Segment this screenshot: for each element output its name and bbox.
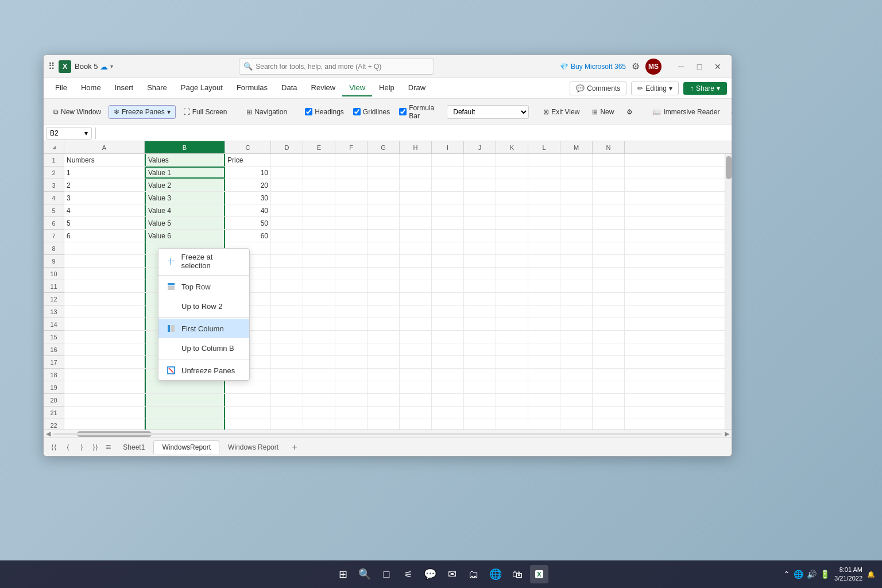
- cell-e2[interactable]: [303, 167, 335, 179]
- cell-h7[interactable]: [400, 230, 432, 242]
- up-to-row-2-item[interactable]: Up to Row 2: [158, 296, 249, 316]
- cell-h1[interactable]: [400, 154, 432, 166]
- cell-d4[interactable]: [271, 192, 303, 204]
- cell-f5[interactable]: [335, 204, 368, 216]
- sheet-tab-windowsreport[interactable]: WindowsReport: [153, 440, 219, 454]
- col-header-i[interactable]: I: [432, 141, 464, 153]
- tab-help[interactable]: Help: [372, 80, 401, 96]
- cell-b7[interactable]: Value 6: [145, 230, 225, 242]
- cell-a1[interactable]: Numbers: [64, 154, 145, 166]
- cell-j5[interactable]: [464, 204, 496, 216]
- cell-j7[interactable]: [464, 230, 496, 242]
- cell-n6[interactable]: [593, 217, 625, 229]
- sheet-nav-next-next[interactable]: ⟩⟩: [90, 442, 101, 453]
- cell-m1[interactable]: [560, 154, 593, 166]
- cell-g2[interactable]: [368, 167, 400, 179]
- headings-check[interactable]: [305, 108, 312, 115]
- cell-b5[interactable]: Value 4: [145, 204, 225, 216]
- share-button[interactable]: ↑ Share ▾: [683, 82, 727, 95]
- cell-n2[interactable]: [593, 167, 625, 179]
- cell-f4[interactable]: [335, 192, 368, 204]
- cell-d7[interactable]: [271, 230, 303, 242]
- cell-l5[interactable]: [528, 204, 560, 216]
- cell-c5[interactable]: 40: [225, 204, 271, 216]
- unfreeze-panes-item[interactable]: Unfreeze Panes: [158, 361, 249, 380]
- first-column-item[interactable]: First Column: [158, 319, 249, 338]
- mail-icon[interactable]: ✉: [443, 565, 461, 583]
- cell-d6[interactable]: [271, 217, 303, 229]
- horizontal-scrollbar[interactable]: [53, 431, 722, 438]
- cell-e1[interactable]: [303, 154, 335, 166]
- new-button[interactable]: ⊞ New: [587, 105, 619, 119]
- cell-l6[interactable]: [528, 217, 560, 229]
- maximize-button[interactable]: □: [690, 59, 709, 75]
- gridlines-check[interactable]: [353, 108, 361, 115]
- cell-d5[interactable]: [271, 204, 303, 216]
- cell-l1[interactable]: [528, 154, 560, 166]
- cell-a2[interactable]: 1: [64, 167, 145, 179]
- cell-m2[interactable]: [560, 167, 593, 179]
- cell-i4[interactable]: [432, 192, 464, 204]
- sheet-nav-prev-prev[interactable]: ⟨⟨: [48, 442, 60, 453]
- cell-d1[interactable]: [271, 154, 303, 166]
- cell-a4[interactable]: 3: [64, 192, 145, 204]
- cell-h3[interactable]: [400, 179, 432, 191]
- cell-j6[interactable]: [464, 217, 496, 229]
- cell-n4[interactable]: [593, 192, 625, 204]
- sheet-nav-prev[interactable]: ⟨: [62, 442, 74, 453]
- cell-m6[interactable]: [560, 217, 593, 229]
- cell-g7[interactable]: [368, 230, 400, 242]
- minimize-button[interactable]: ─: [672, 59, 690, 75]
- col-header-k[interactable]: K: [496, 141, 528, 153]
- cell-b4[interactable]: Value 3: [145, 192, 225, 204]
- settings-view-button[interactable]: ⚙: [621, 105, 638, 119]
- notification-icon[interactable]: 🔔: [867, 571, 875, 578]
- cell-a6[interactable]: 5: [64, 217, 145, 229]
- cell-h5[interactable]: [400, 204, 432, 216]
- cell-h6[interactable]: [400, 217, 432, 229]
- network-icon[interactable]: 🌐: [794, 570, 803, 579]
- sheet-list-icon[interactable]: ≡: [106, 442, 111, 452]
- cell-d2[interactable]: [271, 167, 303, 179]
- browser-icon[interactable]: 🌐: [486, 565, 505, 583]
- view-select[interactable]: Default Page Layout Page Break Preview: [447, 105, 529, 119]
- taskbar-clock[interactable]: 8:01 AM 3/21/2022: [834, 566, 862, 583]
- app-grid-icon[interactable]: ⠿: [48, 61, 55, 72]
- cell-n7[interactable]: [593, 230, 625, 242]
- cell-c2[interactable]: 10: [225, 167, 271, 179]
- cell-m3[interactable]: [560, 179, 593, 191]
- cell-reference-box[interactable]: B2 ▾: [46, 127, 92, 140]
- col-header-f[interactable]: F: [335, 141, 368, 153]
- col-header-h[interactable]: H: [400, 141, 432, 153]
- scroll-left-arrow[interactable]: ◀: [44, 430, 53, 438]
- task-view[interactable]: □: [377, 565, 396, 583]
- cell-g4[interactable]: [368, 192, 400, 204]
- tab-review[interactable]: Review: [304, 80, 343, 96]
- formula-bar-check[interactable]: [399, 108, 407, 115]
- cell-g3[interactable]: [368, 179, 400, 191]
- cell-i6[interactable]: [432, 217, 464, 229]
- scroll-right-arrow[interactable]: ▶: [722, 430, 732, 438]
- exit-view-button[interactable]: ⊠ Exit View: [538, 105, 585, 119]
- cell-b2[interactable]: Value 1: [145, 167, 225, 179]
- sheet-tab-sheet1[interactable]: Sheet1: [114, 440, 153, 454]
- add-sheet-button[interactable]: +: [287, 440, 301, 455]
- up-to-col-b-item[interactable]: Up to Column B: [158, 338, 249, 358]
- cell-e4[interactable]: [303, 192, 335, 204]
- cell-k5[interactable]: [496, 204, 528, 216]
- comments-button[interactable]: 💬 Comments: [570, 82, 626, 95]
- immersive-reader-button[interactable]: 📖 Immersive Reader: [647, 105, 725, 119]
- col-header-d[interactable]: D: [271, 141, 303, 153]
- toolbar-collapse-icon[interactable]: ⌄: [727, 104, 732, 119]
- cell-d3[interactable]: [271, 179, 303, 191]
- cell-e5[interactable]: [303, 204, 335, 216]
- cell-l2[interactable]: [528, 167, 560, 179]
- chevron-up-icon[interactable]: ⌃: [783, 570, 790, 579]
- cell-j1[interactable]: [464, 154, 496, 166]
- excel-taskbar-icon[interactable]: X: [530, 565, 548, 583]
- cell-k1[interactable]: [496, 154, 528, 166]
- cell-l4[interactable]: [528, 192, 560, 204]
- cell-g1[interactable]: [368, 154, 400, 166]
- col-header-c[interactable]: C: [225, 141, 271, 153]
- cell-b6[interactable]: Value 5: [145, 217, 225, 229]
